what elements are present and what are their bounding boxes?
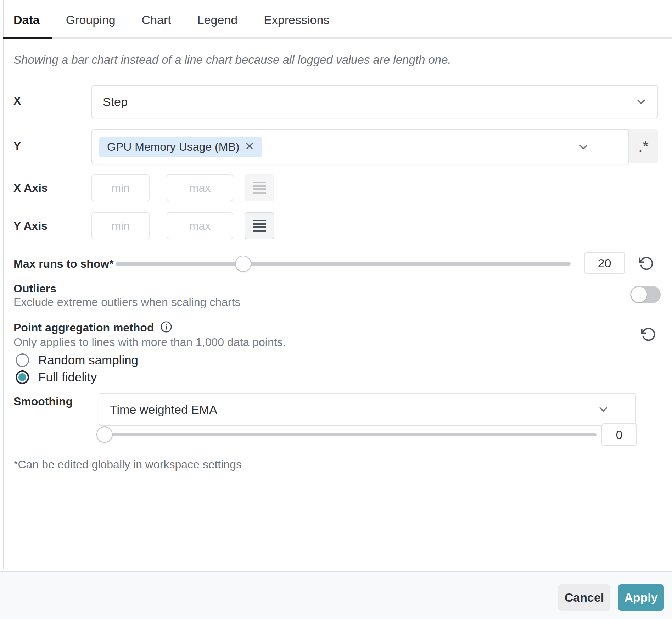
tab-expressions[interactable]: Expressions bbox=[264, 13, 329, 27]
tab-chart[interactable]: Chart bbox=[142, 13, 171, 27]
radio-circle-icon bbox=[16, 353, 29, 367]
point-aggregation-label: Point aggregation method bbox=[13, 321, 154, 334]
regex-filter-button[interactable]: .* bbox=[628, 129, 658, 163]
info-icon[interactable] bbox=[160, 321, 172, 334]
y-axis-max-input[interactable] bbox=[167, 212, 233, 239]
x-field-value: Step bbox=[103, 95, 128, 109]
max-runs-value-input[interactable] bbox=[584, 252, 625, 274]
panel-left-border bbox=[3, 0, 4, 569]
max-runs-reset-button[interactable] bbox=[639, 256, 654, 271]
radio-full-fidelity[interactable]: Full fidelity bbox=[16, 370, 97, 384]
smoothing-value-input[interactable] bbox=[601, 423, 637, 446]
smoothing-slider-thumb[interactable] bbox=[96, 426, 113, 443]
tab-bar: Data Grouping Chart Legend Expressions bbox=[13, 13, 329, 27]
cancel-button[interactable]: Cancel bbox=[558, 584, 610, 611]
max-runs-slider-thumb[interactable] bbox=[235, 256, 251, 272]
reset-icon bbox=[639, 256, 654, 271]
radio-random-sampling-label: Random sampling bbox=[38, 353, 138, 367]
smoothing-select[interactable]: Time weighted EMA bbox=[99, 393, 636, 426]
y-axis-label: Y Axis bbox=[13, 219, 47, 233]
max-runs-slider-track[interactable] bbox=[116, 262, 571, 266]
x-axis-log-scale-button[interactable] bbox=[245, 174, 274, 201]
x-axis-max-input[interactable] bbox=[167, 174, 233, 201]
x-axis-min-input[interactable] bbox=[91, 174, 150, 201]
x-field-label: X bbox=[13, 94, 21, 107]
y-field-label: Y bbox=[13, 139, 21, 152]
outliers-toggle[interactable] bbox=[630, 286, 661, 303]
tab-active-underline bbox=[3, 37, 52, 39]
y-axis-min-input[interactable] bbox=[91, 212, 150, 239]
log-scale-icon bbox=[252, 218, 267, 234]
point-aggregation-description: Only applies to lines with more than 1,0… bbox=[13, 336, 286, 349]
toggle-knob bbox=[631, 287, 647, 302]
outliers-description: Exclude extreme outliers when scaling ch… bbox=[13, 296, 240, 309]
log-scale-icon bbox=[252, 180, 267, 196]
radio-random-sampling[interactable]: Random sampling bbox=[16, 353, 138, 367]
y-axis-log-scale-button[interactable] bbox=[245, 212, 274, 239]
y-metric-tag: GPU Memory Usage (MB) bbox=[99, 137, 262, 157]
radio-selected-icon bbox=[16, 370, 29, 384]
radio-dot bbox=[18, 373, 26, 381]
smoothing-label: Smoothing bbox=[13, 395, 73, 408]
x-axis-label: X Axis bbox=[13, 182, 48, 195]
outliers-label: Outliers bbox=[13, 282, 56, 295]
y-field-select[interactable]: GPU Memory Usage (MB) bbox=[91, 129, 629, 164]
tab-grouping[interactable]: Grouping bbox=[66, 13, 116, 27]
smoothing-slider-track[interactable] bbox=[99, 433, 597, 436]
radio-full-fidelity-label: Full fidelity bbox=[38, 370, 97, 384]
chevron-down-icon bbox=[635, 95, 648, 108]
global-settings-footnote: *Can be edited globally in workspace set… bbox=[13, 458, 242, 471]
smoothing-value: Time weighted EMA bbox=[110, 403, 217, 417]
reset-icon bbox=[641, 327, 656, 342]
bar-chart-notice: Showing a bar chart instead of a line ch… bbox=[13, 53, 451, 67]
x-field-select[interactable]: Step bbox=[91, 85, 658, 118]
chevron-down-icon bbox=[597, 403, 610, 416]
y-metric-tag-label: GPU Memory Usage (MB) bbox=[107, 140, 239, 154]
remove-metric-icon[interactable] bbox=[245, 140, 254, 154]
apply-button[interactable]: Apply bbox=[618, 584, 664, 611]
chevron-down-icon bbox=[577, 141, 590, 154]
tab-data[interactable]: Data bbox=[13, 13, 40, 27]
tab-underline-track bbox=[3, 37, 672, 39]
chart-settings-panel: Data Grouping Chart Legend Expressions S… bbox=[0, 0, 672, 619]
max-runs-label: Max runs to show* bbox=[13, 257, 114, 271]
point-aggregation-reset-button[interactable] bbox=[641, 327, 656, 342]
tab-legend[interactable]: Legend bbox=[197, 13, 237, 27]
